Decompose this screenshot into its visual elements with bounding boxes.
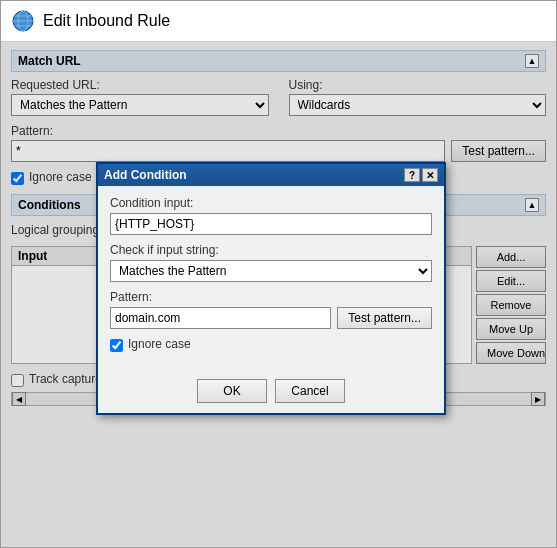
condition-input-group: Condition input: — [110, 196, 432, 235]
modal-ignore-case-row: Ignore case — [110, 337, 432, 353]
modal-close-btn[interactable]: ✕ — [422, 168, 438, 182]
modal-pattern-group: Pattern: Test pattern... — [110, 290, 432, 329]
modal-pattern-label: Pattern: — [110, 290, 432, 304]
main-content: Match URL ▲ Requested URL: Matches the P… — [1, 42, 556, 547]
modal-pattern-row: Test pattern... — [110, 307, 432, 329]
modal-pattern-input[interactable] — [110, 307, 331, 329]
condition-input-label: Condition input: — [110, 196, 432, 210]
globe-icon — [11, 9, 35, 33]
check-if-select[interactable]: Matches the Pattern — [110, 260, 432, 282]
modal-help-btn[interactable]: ? — [404, 168, 420, 182]
check-if-label: Check if input string: — [110, 243, 432, 257]
page-title: Edit Inbound Rule — [43, 12, 170, 30]
modal-test-pattern-button[interactable]: Test pattern... — [337, 307, 432, 329]
condition-input-field[interactable] — [110, 213, 432, 235]
check-if-group: Check if input string: Matches the Patte… — [110, 243, 432, 282]
main-window: Edit Inbound Rule Match URL ▲ Requested … — [0, 0, 557, 548]
modal-cancel-button[interactable]: Cancel — [275, 379, 345, 403]
add-condition-modal: Add Condition ? ✕ Condition input: Check… — [96, 162, 446, 415]
title-bar: Edit Inbound Rule — [1, 1, 556, 42]
modal-title-bar: Add Condition ? ✕ — [98, 164, 444, 186]
modal-title: Add Condition — [104, 168, 187, 182]
modal-body: Condition input: Check if input string: … — [98, 186, 444, 371]
modal-ignore-case-label: Ignore case — [128, 337, 191, 351]
modal-footer: OK Cancel — [98, 371, 444, 413]
modal-overlay: Add Condition ? ✕ Condition input: Check… — [1, 42, 556, 547]
modal-ignore-case-checkbox[interactable] — [110, 339, 123, 352]
modal-title-controls: ? ✕ — [404, 168, 438, 182]
modal-ok-button[interactable]: OK — [197, 379, 267, 403]
